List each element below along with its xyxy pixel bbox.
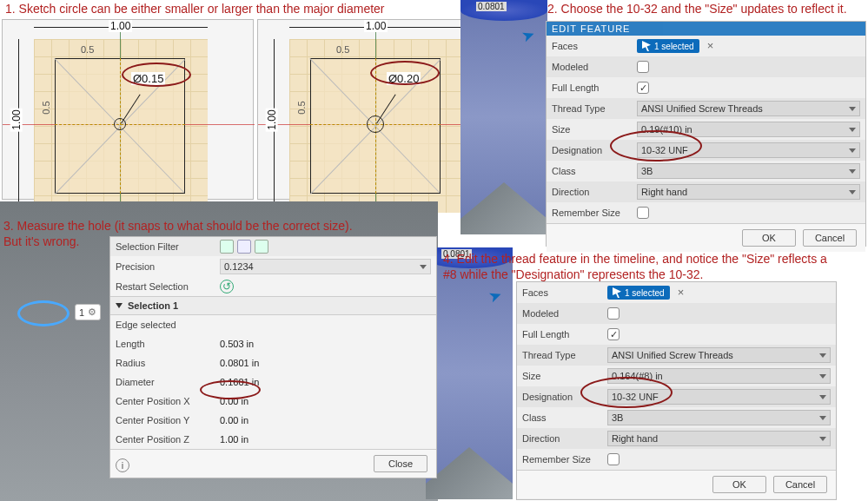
close-button[interactable]: Close	[374, 455, 427, 472]
faces-selected-badge[interactable]: 1 selected	[637, 39, 699, 53]
section-title: Selection 1	[128, 300, 178, 311]
label-thread-type: Thread Type	[522, 350, 607, 360]
clear-faces-button[interactable]: ×	[675, 287, 687, 299]
measure-panel: Selection Filter Precision 0.1234 Restar…	[109, 236, 437, 478]
ok-button[interactable]: OK	[742, 229, 796, 247]
cyl-dim: 0.0801	[476, 2, 507, 11]
thread-type-value: ANSI Unified Screw Threads	[612, 350, 733, 360]
direction-value: Right hand	[641, 187, 687, 197]
size-dropdown[interactable]: 0.164(#8) in	[607, 368, 831, 384]
direction-dropdown[interactable]: Right hand	[637, 184, 860, 200]
filter-body-icon[interactable]	[220, 240, 234, 254]
label-class: Class	[522, 412, 607, 423]
label-modeled: Modeled	[552, 62, 637, 72]
annotation-4-line1: 4. Edit the thread feature in the timeli…	[443, 252, 827, 266]
cancel-button[interactable]: Cancel	[803, 229, 857, 247]
direction-dropdown[interactable]: Right hand	[607, 431, 831, 446]
size-dropdown[interactable]: 0.19(#10) in	[637, 122, 860, 137]
edit-feature-panel-2: Faces 1 selected × Modeled Full Length T…	[516, 281, 837, 500]
modeled-checkbox[interactable]	[607, 307, 620, 320]
full-length-checkbox[interactable]	[637, 82, 649, 94]
chevron-down-icon	[116, 303, 123, 308]
chevron-down-icon	[420, 265, 427, 269]
ok-button[interactable]: OK	[712, 476, 766, 493]
faces-count: 1 selected	[625, 288, 665, 298]
cancel-button[interactable]: Cancel	[773, 476, 827, 493]
value-length: 0.503 in	[220, 339, 431, 349]
label-remember: Remember Size	[522, 454, 607, 465]
label-modeled: Modeled	[522, 308, 607, 319]
designation-value: 10-32 UNF	[641, 145, 688, 155]
restart-selection-button[interactable]: ↺	[220, 280, 234, 293]
selected-edge-ring[interactable]	[17, 300, 70, 326]
annotation-2: 2. Choose the 10-32 and the "Size" updat…	[547, 2, 847, 16]
chevron-down-icon	[849, 107, 856, 111]
value-cpy: 0.00 in	[220, 415, 431, 425]
annotation-3-line1: 3. Measure the hole (it snaps to what sh…	[3, 219, 353, 233]
cylinder-model-2[interactable]: 0.0801	[426, 247, 513, 499]
size-value: 0.164(#8) in	[612, 371, 663, 381]
direction-value: Right hand	[612, 433, 658, 444]
value-cpx: 0.00 in	[220, 396, 431, 406]
thread-type-dropdown[interactable]: ANSI Unified Screw Threads	[607, 347, 831, 363]
label-length: Length	[116, 339, 220, 349]
sketch-circle	[114, 118, 126, 130]
label-full-length: Full Length	[522, 329, 607, 339]
selection-count: 1	[79, 307, 84, 318]
dim-diameter: Ø0.20	[387, 72, 421, 85]
chevron-down-icon	[819, 374, 826, 379]
designation-dropdown[interactable]: 10-32 UNF	[637, 142, 860, 158]
label-full-length: Full Length	[552, 82, 637, 93]
selection-section-header[interactable]: Selection 1	[110, 296, 436, 315]
cylinder-base	[461, 182, 547, 234]
faces-count: 1 selected	[654, 42, 694, 51]
class-dropdown[interactable]: 3B	[637, 163, 860, 179]
value-radius: 0.0801 in	[220, 358, 431, 368]
faces-selected-badge[interactable]: 1 selected	[607, 286, 670, 300]
designation-dropdown[interactable]: 10-32 UNF	[607, 389, 831, 405]
dim-height: 1.00	[10, 108, 23, 131]
label-diameter: Diameter	[116, 377, 220, 387]
annotation-3-line2: But it's wrong.	[3, 234, 80, 248]
label-thread-type: Thread Type	[552, 103, 637, 114]
designation-value: 10-32 UNF	[612, 392, 659, 402]
chevron-down-icon	[819, 416, 826, 420]
chevron-down-icon	[819, 437, 826, 441]
chevron-down-icon	[819, 395, 826, 399]
full-length-checkbox[interactable]	[607, 328, 620, 340]
thread-type-dropdown[interactable]: ANSI Unified Screw Threads	[637, 101, 860, 116]
thread-type-value: ANSI Unified Screw Threads	[641, 103, 763, 114]
class-dropdown[interactable]: 3B	[607, 410, 831, 425]
info-icon[interactable]: i	[116, 458, 129, 472]
remember-size-checkbox[interactable]	[637, 207, 649, 219]
sketch-view-1: 1.00 1.00 0.5 0.5 Ø0.15	[2, 19, 254, 200]
label-precision: Precision	[116, 261, 220, 272]
precision-dropdown[interactable]: 0.1234	[220, 259, 431, 274]
label-faces: Faces	[522, 287, 607, 298]
chevron-down-icon	[849, 128, 856, 132]
precision-value: 0.1234	[224, 261, 254, 272]
cylinder-base	[426, 447, 513, 499]
gear-icon[interactable]: ⚙	[88, 307, 96, 318]
dim-width: 1.00	[109, 20, 132, 32]
chevron-down-icon	[849, 190, 856, 194]
dim-diameter: Ø0.15	[131, 72, 165, 85]
dim-height: 1.00	[266, 108, 278, 131]
modeled-checkbox[interactable]	[637, 61, 649, 73]
label-restart: Restart Selection	[116, 281, 220, 292]
filter-edge-icon[interactable]	[255, 240, 268, 254]
clear-faces-button[interactable]: ×	[705, 40, 717, 52]
label-class: Class	[552, 166, 637, 176]
remember-size-checkbox[interactable]	[607, 453, 620, 465]
dim-half-w: 0.5	[81, 44, 94, 55]
chevron-down-icon	[849, 169, 856, 174]
sketch-circle	[367, 115, 384, 133]
label-selection-filter: Selection Filter	[116, 241, 220, 252]
class-value: 3B	[612, 412, 623, 423]
label-radius: Radius	[116, 358, 220, 368]
selection-count-badge[interactable]: 1 ⚙	[75, 304, 101, 320]
value-cpz: 1.00 in	[220, 434, 431, 445]
panel-title: EDIT FEATURE	[547, 22, 865, 36]
filter-face-icon[interactable]	[237, 240, 251, 254]
label-size: Size	[522, 371, 607, 381]
